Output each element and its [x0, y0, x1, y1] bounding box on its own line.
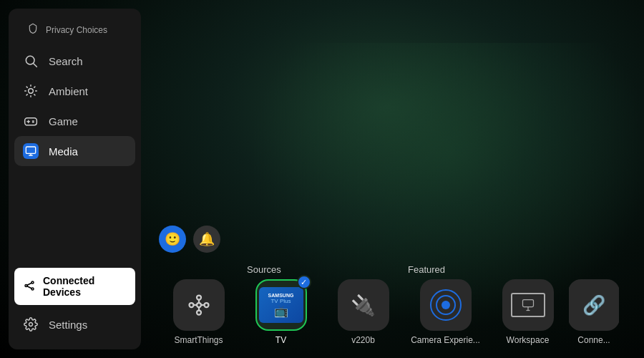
app-v220b[interactable]: 🔌 v220b [322, 279, 404, 345]
featured-section-label: Featured [408, 264, 445, 275]
smartthings-label: SmartThings [174, 335, 223, 345]
connected-devices-item[interactable]: Connected Devices [14, 268, 135, 305]
workspace-monitor-icon [521, 298, 535, 312]
notifications-button[interactable]: 🔔 [193, 226, 220, 253]
game-icon [23, 113, 39, 129]
bottom-section: Sources Featured [150, 264, 635, 349]
camera-ring-inner [436, 295, 456, 315]
workspace-monitor [511, 293, 545, 317]
sidebar-item-settings[interactable]: Settings [14, 309, 135, 339]
ambient-icon [23, 83, 39, 99]
privacy-label: Privacy Choices [46, 25, 107, 35]
smartthings-icon-wrap [173, 279, 225, 331]
svg-rect-4 [26, 147, 35, 153]
camera-center [441, 301, 450, 309]
svg-point-14 [197, 296, 201, 300]
sidebar-item-search[interactable]: Search [14, 46, 135, 76]
svg-rect-20 [522, 300, 533, 307]
workspace-screen [511, 293, 545, 317]
v220b-icon-wrap: 🔌 [338, 279, 389, 331]
bell-icon: 🔔 [199, 231, 215, 247]
user-profile-button[interactable]: 🙂 [159, 226, 186, 253]
settings-icon [23, 316, 39, 332]
app-connected[interactable]: 🔗 Conne... [569, 279, 619, 345]
connected-icon-wrap: 🔗 [569, 279, 619, 331]
app-camera-experience[interactable]: Camera Experie... [404, 279, 487, 345]
sidebar-item-ambient[interactable]: Ambient [14, 76, 135, 106]
sidebar-bottom: Connected Devices Settings [9, 268, 141, 339]
sidebar-item-game[interactable]: Game [14, 106, 135, 136]
sidebar-item-media[interactable]: Media [14, 136, 135, 166]
svg-rect-3 [25, 118, 37, 125]
camera-label: Camera Experie... [411, 335, 480, 345]
svg-line-1 [34, 64, 37, 67]
search-label: Search [49, 55, 83, 67]
connected-devices-label: Connected Devices [43, 275, 127, 298]
app-smartthings[interactable]: SmartThings [157, 279, 240, 345]
camera-ring-outer [430, 289, 462, 321]
connected-label: Conne... [577, 335, 610, 345]
connected-devices-icon [23, 279, 36, 294]
media-label: Media [49, 145, 78, 158]
privacy-icon [27, 23, 39, 37]
connected-icon: 🔗 [582, 294, 605, 316]
workspace-icon-wrap [502, 279, 554, 331]
app-tv[interactable]: SAMSUNG TV Plus 📺 ✓ TV [240, 279, 322, 345]
game-label: Game [49, 115, 78, 127]
tv-card-line2: TV Plus [270, 298, 291, 304]
media-icon [23, 143, 39, 159]
apps-row: SmartThings SAMSUNG TV Plus 📺 ✓ TV 🔌 [150, 279, 635, 345]
tv-icon-wrap: SAMSUNG TV Plus 📺 ✓ [255, 279, 307, 331]
svg-point-11 [197, 303, 201, 307]
tv-card-line1: SAMSUNG [268, 293, 294, 298]
smiley-icon: 🙂 [165, 231, 180, 247]
usb-icon: 🔌 [351, 294, 376, 317]
tv-label: TV [275, 335, 286, 345]
search-icon [23, 53, 39, 69]
svg-line-8 [27, 283, 31, 285]
svg-point-13 [204, 303, 208, 307]
svg-point-12 [189, 303, 193, 307]
v220b-label: v220b [351, 335, 375, 345]
tv-selected-checkmark: ✓ [297, 275, 311, 289]
workspace-label: Workspace [507, 335, 550, 345]
smartthings-icon [186, 292, 212, 318]
settings-label: Settings [49, 319, 87, 331]
svg-point-2 [29, 89, 34, 94]
privacy-choices-item[interactable]: Privacy Choices [20, 19, 130, 42]
ambient-label: Ambient [49, 85, 88, 97]
camera-icon-wrap [420, 279, 472, 331]
sources-section-label: Sources [240, 264, 408, 275]
sidebar: Privacy Choices Search Ambient [9, 9, 141, 349]
nav-items: Search Ambient Game [9, 46, 141, 265]
svg-line-9 [27, 286, 31, 288]
tv-card: SAMSUNG TV Plus 📺 [259, 287, 303, 323]
svg-point-10 [29, 323, 33, 326]
app-workspace[interactable]: Workspace [487, 279, 569, 345]
main-content: 🙂 🔔 Sources Featured [150, 9, 635, 349]
svg-point-15 [197, 311, 201, 315]
